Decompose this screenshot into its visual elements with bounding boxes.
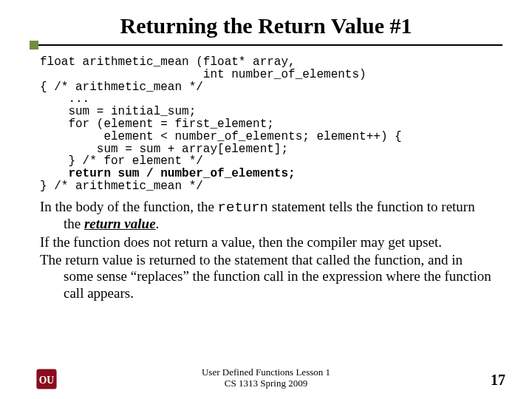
paragraph-1: In the body of the function, the return … [40,199,495,233]
code-line: ... [40,92,89,106]
text: In the body of the function, the [40,199,218,214]
slide-title: Returning the Return Value #1 [0,0,532,43]
accent-bar [30,43,502,47]
text: . [156,216,160,231]
code-line: } /* arithmetic_mean */ [40,180,203,193]
paragraph-3: The return value is returned to the stat… [40,252,495,301]
footer: User Defined Functions Lesson 1 CS 1313 … [0,367,532,389]
paragraph-2: If the function does not return a value,… [40,234,495,250]
accent-square [30,41,38,50]
body-text: In the body of the function, the return … [40,199,495,301]
page-number: 17 [491,372,505,389]
code-line: sum = initial_sum; [40,105,196,118]
code-line: for (element = first_element; [40,117,274,131]
code-line: { /* arithmetic_mean */ [40,81,203,94]
code-line: sum = sum + array[element]; [40,143,288,156]
code-line: } /* for element */ [40,154,203,168]
accent-line [38,44,502,46]
footer-line-1: User Defined Functions Lesson 1 [202,366,330,378]
emphasis-return-value: return value [84,216,156,231]
code-line: float arithmetic_mean (float* array, [40,55,296,69]
code-line: element < number_of_elements; element++)… [40,130,402,143]
slide: Returning the Return Value #1 float arit… [0,0,532,399]
code-block: float arithmetic_mean (float* array, int… [40,56,532,193]
inline-code-return: return [218,200,268,216]
code-line-return: return sum / number_of_elements; [40,167,296,180]
code-line: int number_of_elements) [40,68,366,81]
footer-line-2: CS 1313 Spring 2009 [225,378,307,389]
